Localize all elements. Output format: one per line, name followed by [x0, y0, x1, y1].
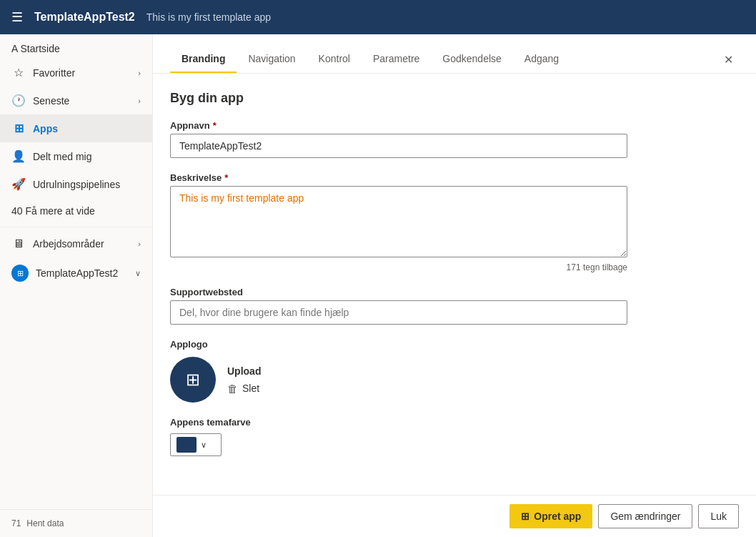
- upload-button[interactable]: Upload: [227, 365, 261, 377]
- char-count: 171 tegn tilbage: [170, 262, 627, 272]
- applogo-actions: Upload 🗑 Slet: [227, 365, 261, 395]
- trash-icon: 🗑: [227, 383, 238, 395]
- tab-kontrol[interactable]: Kontrol: [307, 46, 362, 73]
- color-swatch: [176, 437, 197, 453]
- workspace-name: TemplateAppTest2: [36, 267, 118, 279]
- tab-godkendelse[interactable]: Godkendelse: [431, 46, 513, 73]
- workspace-avatar: ⊞: [11, 265, 29, 282]
- sidebar-item-label: Favoritter: [33, 67, 75, 79]
- delete-label: Slet: [242, 383, 259, 394]
- share-icon: 👤: [11, 149, 26, 163]
- beskrivelse-label: Beskrivelse *: [170, 172, 739, 183]
- chevron-down-icon: ∨: [201, 440, 207, 450]
- close-button[interactable]: Luk: [698, 504, 739, 528]
- create-app-icon: ⊞: [521, 511, 529, 522]
- sidebar-footer: 71 Hent data: [0, 509, 152, 537]
- workspace-icon: 🖥: [11, 237, 26, 250]
- workspaces-label: Arbejdsområder: [33, 238, 104, 250]
- more-label: 40 Få mere at vide: [11, 205, 95, 217]
- tab-parametre[interactable]: Parametre: [362, 46, 431, 73]
- supportwebsted-field: Supportwebsted: [170, 287, 739, 325]
- pipeline-icon: 🚀: [11, 177, 26, 191]
- tab-navigation[interactable]: Navigation: [237, 46, 307, 73]
- required-marker: *: [213, 120, 217, 131]
- applogo-row: ⊞ Upload 🗑 Slet: [170, 357, 739, 403]
- panel-header: Branding Navigation Kontrol Parametre Go…: [153, 34, 756, 74]
- panel-footer: ⊞ Opret app Gem ændringer Luk: [153, 495, 756, 537]
- sidebar-item-seneste[interactable]: 🕐 Seneste ›: [0, 87, 152, 114]
- content-area: Branding Navigation Kontrol Parametre Go…: [153, 34, 756, 537]
- sidebar-item-label: Seneste: [33, 95, 69, 107]
- sidebar-startside[interactable]: A Startside: [0, 34, 152, 59]
- sidebar-more[interactable]: 40 Få mere at vide: [0, 198, 152, 224]
- supportwebsted-input[interactable]: [170, 300, 627, 325]
- workspace-expand-icon: ∨: [135, 269, 141, 278]
- appnavn-label: Appnavn *: [170, 120, 739, 131]
- color-picker-button[interactable]: ∨: [170, 433, 222, 456]
- sidebar-item-label: Delt med mig: [33, 151, 91, 162]
- close-icon[interactable]: ✕: [718, 47, 739, 72]
- theme-label: Appens temafarve: [170, 417, 739, 428]
- footer-count: 71: [11, 518, 21, 528]
- panel: Branding Navigation Kontrol Parametre Go…: [153, 34, 756, 537]
- sidebar-workspaces[interactable]: 🖥 Arbejdsområder ›: [0, 230, 152, 257]
- startside-label: A Startside: [11, 43, 60, 54]
- sidebar-template-app[interactable]: ⊞ TemplateAppTest2 ∨: [0, 257, 152, 289]
- sidebar: A Startside ☆ Favoritter › 🕐 Seneste › ⊞…: [0, 34, 153, 537]
- footer-label: Hent data: [26, 518, 64, 528]
- clock-icon: 🕐: [11, 94, 26, 107]
- sidebar-divider: [0, 227, 152, 227]
- app-logo-icon: ⊞: [186, 370, 200, 390]
- appnavn-input[interactable]: [170, 134, 627, 158]
- sidebar-item-apps[interactable]: ⊞ Apps: [0, 114, 152, 142]
- chevron-icon: ›: [138, 97, 141, 105]
- applogo-label: Applogo: [170, 339, 739, 350]
- delete-button[interactable]: 🗑 Slet: [227, 383, 261, 395]
- panel-tabs: Branding Navigation Kontrol Parametre Go…: [170, 46, 712, 73]
- sidebar-item-delt-med-mig[interactable]: 👤 Delt med mig: [0, 142, 152, 170]
- beskrivelse-textarea[interactable]: This is my first template app: [170, 186, 627, 257]
- panel-body: Byg din app Appnavn * Beskrivelse * This: [153, 74, 756, 495]
- tab-adgang[interactable]: Adgang: [513, 46, 570, 73]
- create-app-label: Opret app: [534, 511, 581, 522]
- main-layout: A Startside ☆ Favoritter › 🕐 Seneste › ⊞…: [0, 34, 756, 537]
- sidebar-item-udrulningspipelines[interactable]: 🚀 Udrulningspipelines: [0, 170, 152, 198]
- star-icon: ☆: [11, 66, 26, 79]
- app-logo: ⊞: [170, 357, 216, 403]
- applogo-section: Applogo ⊞ Upload 🗑 Slet: [170, 339, 739, 403]
- app-name: TemplateAppTest2: [34, 11, 135, 24]
- section-title: Byg din app: [170, 91, 739, 106]
- chevron-icon: ›: [138, 69, 141, 77]
- app-subtitle: This is my first template app: [146, 11, 271, 23]
- save-changes-button[interactable]: Gem ændringer: [598, 504, 692, 528]
- beskrivelse-field: Beskrivelse * This is my first template …: [170, 172, 739, 272]
- create-app-button[interactable]: ⊞ Opret app: [509, 504, 592, 528]
- tab-branding[interactable]: Branding: [170, 46, 237, 73]
- theme-section: Appens temafarve ∨: [170, 417, 739, 456]
- apps-icon: ⊞: [11, 122, 26, 135]
- sidebar-item-favoritter[interactable]: ☆ Favoritter ›: [0, 59, 152, 87]
- required-marker: *: [224, 172, 228, 183]
- appnavn-field: Appnavn *: [170, 120, 739, 158]
- sidebar-item-label: Apps: [33, 123, 58, 134]
- menu-icon[interactable]: ☰: [11, 9, 23, 25]
- sidebar-item-label: Udrulningspipelines: [33, 179, 120, 190]
- top-bar: ☰ TemplateAppTest2 This is my first temp…: [0, 0, 756, 34]
- supportwebsted-label: Supportwebsted: [170, 287, 739, 297]
- workspace-chevron-icon: ›: [138, 240, 141, 248]
